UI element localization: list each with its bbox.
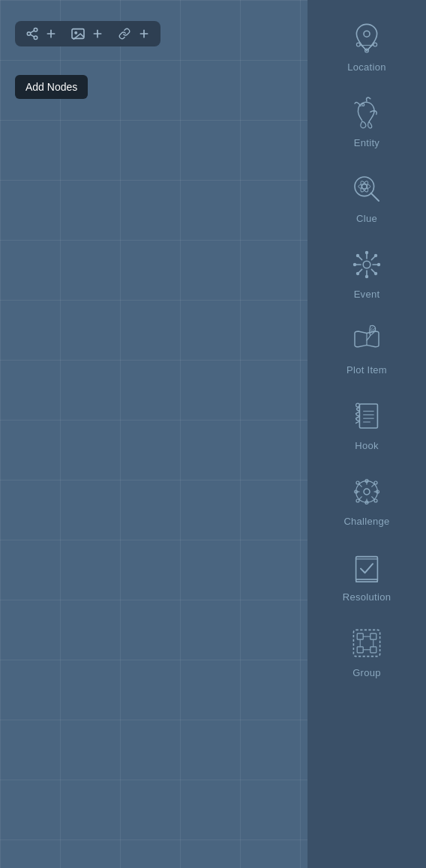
sidebar-item-event[interactable]: Event — [308, 235, 426, 310]
share-icon-button[interactable] — [26, 27, 39, 40]
hook-icon — [347, 397, 386, 435]
svg-rect-7 — [72, 29, 84, 39]
link-add-button[interactable] — [138, 28, 150, 40]
svg-line-58 — [371, 496, 374, 499]
svg-point-8 — [75, 32, 76, 34]
svg-point-37 — [365, 275, 368, 277]
toolbar — [15, 21, 160, 46]
svg-point-13 — [364, 31, 370, 37]
svg-rect-72 — [357, 633, 363, 639]
sidebar-item-challenge[interactable]: Challenge — [308, 462, 426, 537]
svg-point-39 — [377, 263, 380, 265]
sidebar-item-clue[interactable]: Clue — [308, 159, 426, 235]
clue-label: Clue — [356, 213, 377, 224]
svg-point-14 — [356, 43, 360, 46]
svg-line-17 — [359, 44, 365, 49]
svg-point-51 — [364, 489, 370, 495]
group-icon — [347, 624, 386, 663]
svg-point-67 — [374, 481, 377, 484]
svg-rect-73 — [370, 633, 376, 639]
link-icon-button[interactable] — [117, 28, 132, 40]
image-add-group[interactable] — [70, 28, 104, 40]
plot-item-label: Plot Item — [346, 364, 387, 376]
svg-point-66 — [374, 499, 377, 502]
svg-point-36 — [365, 251, 368, 253]
svg-point-68 — [356, 499, 359, 502]
svg-line-3 — [30, 34, 34, 37]
sidebar-item-entity[interactable]: Entity — [308, 83, 426, 159]
challenge-label: Challenge — [344, 516, 389, 527]
svg-line-22 — [371, 193, 379, 201]
sidebar: Location Entity — [308, 0, 426, 868]
svg-point-42 — [374, 254, 376, 256]
location-icon — [347, 18, 386, 57]
svg-line-59 — [371, 484, 374, 487]
svg-point-26 — [358, 184, 370, 189]
svg-rect-45 — [359, 404, 377, 428]
event-icon — [347, 245, 386, 284]
location-label: Location — [347, 61, 386, 73]
resolution-icon — [347, 548, 386, 587]
svg-line-60 — [359, 496, 362, 499]
svg-point-15 — [374, 43, 377, 46]
add-nodes-tooltip: Add Nodes — [15, 75, 88, 99]
canvas-area — [0, 0, 308, 868]
entity-icon — [347, 94, 386, 133]
svg-point-20 — [362, 103, 364, 106]
sidebar-item-location[interactable]: Location — [308, 7, 426, 83]
challenge-icon — [347, 472, 386, 511]
svg-line-4 — [30, 31, 34, 33]
hook-label: Hook — [355, 440, 379, 451]
svg-point-41 — [374, 272, 376, 274]
svg-point-65 — [356, 481, 359, 484]
group-label: Group — [352, 667, 381, 678]
event-label: Event — [354, 289, 380, 300]
svg-point-38 — [353, 263, 356, 265]
sidebar-item-group[interactable]: Group — [308, 613, 426, 689]
image-add-button[interactable] — [92, 28, 104, 40]
plot-item-icon — [347, 321, 386, 360]
svg-rect-70 — [356, 579, 378, 582]
svg-point-43 — [356, 272, 358, 274]
svg-rect-75 — [370, 647, 376, 653]
share-add-group[interactable] — [26, 27, 57, 40]
sidebar-item-plot-item[interactable]: Plot Item — [308, 310, 426, 386]
sidebar-item-hook[interactable]: Hook — [308, 386, 426, 462]
sidebar-item-resolution[interactable]: Resolution — [308, 537, 426, 613]
resolution-label: Resolution — [343, 591, 391, 603]
link-add-group[interactable] — [117, 28, 150, 40]
image-icon-button[interactable] — [70, 28, 86, 40]
svg-point-40 — [356, 254, 358, 256]
svg-rect-74 — [357, 647, 363, 653]
svg-point-27 — [363, 261, 370, 268]
svg-rect-69 — [356, 557, 378, 582]
clue-icon — [347, 169, 386, 208]
svg-line-57 — [359, 484, 362, 487]
svg-line-18 — [368, 44, 374, 49]
share-add-button[interactable] — [45, 28, 57, 40]
entity-label: Entity — [354, 137, 380, 148]
